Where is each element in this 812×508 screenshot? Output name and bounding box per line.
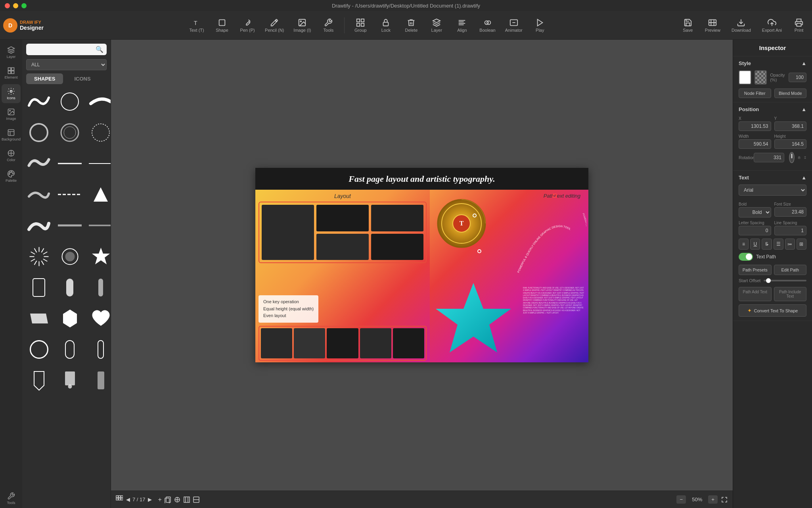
action-boolean[interactable]: Boolean (475, 16, 499, 35)
shape-item[interactable] (25, 118, 53, 147)
tool-image[interactable]: Image (I) (289, 16, 315, 35)
shape-item[interactable] (56, 211, 84, 240)
x-input[interactable] (739, 121, 771, 131)
control-handle-2[interactable] (477, 249, 481, 253)
edit-path-btn[interactable]: Edit Path (774, 265, 807, 275)
next-page-btn[interactable]: ▶ (148, 496, 152, 502)
font-selector[interactable]: Arial (739, 185, 806, 196)
shape-item[interactable] (25, 87, 53, 116)
text-path-toggle[interactable] (739, 253, 753, 261)
search-input[interactable] (26, 44, 107, 55)
shape-item[interactable] (56, 366, 84, 394)
shape-item[interactable] (86, 242, 111, 271)
shape-item[interactable] (86, 118, 111, 147)
sidebar-item-palette[interactable]: Palette (2, 167, 21, 186)
shape-item[interactable] (86, 149, 111, 178)
btn-export[interactable]: Export Ani (758, 16, 786, 35)
height-input[interactable] (774, 139, 807, 149)
fill-swatch[interactable] (739, 70, 751, 85)
sidebar-item-element[interactable]: Element (2, 64, 21, 83)
text-section-header[interactable]: Text ▲ (739, 175, 806, 181)
pattern-swatch[interactable] (755, 70, 767, 85)
sidebar-item-layer[interactable]: Layer (2, 43, 21, 62)
shape-item[interactable] (56, 304, 84, 333)
tool-pen[interactable]: Pen (P) (236, 16, 259, 35)
font-size-input[interactable] (774, 207, 807, 217)
shape-item[interactable] (56, 149, 84, 178)
action-layer[interactable]: Layer (425, 16, 448, 35)
shape-item[interactable] (25, 242, 53, 271)
grid-toggle-btn[interactable] (193, 496, 200, 503)
tool-pencil[interactable]: Pencil (N) (261, 16, 288, 35)
underline-btn[interactable]: U (750, 239, 760, 250)
shape-item[interactable] (86, 87, 111, 116)
sidebar-item-icons[interactable]: Icons (2, 84, 21, 103)
shape-item[interactable] (25, 335, 53, 364)
zoom-out-btn[interactable]: − (676, 495, 686, 504)
aspect-lock-btn[interactable] (798, 154, 801, 161)
tool-text[interactable]: T Text (T) (185, 16, 209, 35)
opacity-input[interactable] (789, 73, 806, 82)
canvas-wrapper[interactable]: Fast page layout and artistic typography… (111, 40, 733, 491)
shape-item[interactable] (56, 242, 84, 271)
sidebar-item-image[interactable]: Image (2, 105, 21, 124)
action-group[interactable]: Group (349, 16, 372, 35)
shape-item[interactable] (25, 211, 53, 240)
shape-item[interactable] (56, 87, 84, 116)
sidebar-item-color[interactable]: Color (2, 146, 21, 165)
bold-select[interactable]: Bold (739, 207, 771, 217)
window-controls[interactable] (5, 3, 27, 8)
shape-item[interactable] (86, 180, 111, 209)
zoom-in-btn[interactable]: + (708, 495, 718, 504)
shape-item[interactable] (56, 273, 84, 302)
tab-shapes[interactable]: SHAPES (26, 73, 63, 84)
shape-item[interactable] (25, 180, 53, 209)
table-btn[interactable]: ⊞ (797, 239, 806, 250)
sidebar-item-background[interactable]: Background (2, 125, 21, 144)
blend-mode-btn[interactable]: Blend Mode (774, 89, 807, 98)
letter-spacing-input[interactable] (739, 226, 771, 235)
rotation-dial[interactable] (789, 152, 795, 163)
btn-preview[interactable]: Preview (701, 16, 724, 35)
shape-item[interactable] (25, 366, 53, 394)
close-button[interactable] (5, 3, 10, 8)
path-presets-btn[interactable]: Path Presets (739, 265, 772, 275)
shape-item[interactable] (56, 335, 84, 364)
add-page-btn[interactable]: + (158, 496, 162, 503)
node-filter-btn[interactable]: Node Filter (739, 89, 771, 98)
rotation-input[interactable] (754, 153, 784, 162)
action-play[interactable]: Play (528, 16, 552, 35)
shape-item[interactable] (25, 304, 53, 333)
style-section-header[interactable]: Style ▲ (739, 60, 806, 66)
fit-zoom-btn[interactable] (721, 496, 728, 503)
list-ordered-btn[interactable]: ≔ (785, 239, 795, 250)
action-lock[interactable]: Lock (374, 16, 398, 35)
move-page-btn[interactable] (174, 496, 181, 503)
shape-item[interactable] (86, 273, 111, 302)
shape-item[interactable] (25, 273, 53, 302)
action-align[interactable]: Align (450, 16, 474, 35)
shape-item[interactable] (86, 335, 111, 364)
y-input[interactable] (774, 121, 807, 131)
grid-view-btn[interactable] (116, 495, 123, 504)
line-spacing-input[interactable] (774, 226, 807, 235)
align-left-btn[interactable]: ≡ (739, 239, 749, 250)
shape-item[interactable] (25, 149, 53, 178)
btn-download[interactable]: Download (728, 16, 755, 35)
minimize-button[interactable] (13, 3, 18, 8)
shape-item[interactable] (86, 304, 111, 333)
prev-page-btn[interactable]: ◀ (126, 496, 130, 502)
action-animator[interactable]: Animator (501, 16, 527, 35)
width-input[interactable] (739, 139, 771, 149)
copy-page-btn[interactable] (164, 496, 171, 503)
filter-select[interactable]: ALL (26, 59, 107, 70)
sidebar-item-tools[interactable]: Tools (2, 489, 21, 508)
action-delete[interactable]: Delete (399, 16, 423, 35)
btn-save[interactable]: Save (678, 16, 698, 35)
shape-item[interactable] (86, 366, 111, 394)
position-section-header[interactable]: Position ▲ (739, 106, 806, 112)
path-add-text-btn[interactable]: Path Add Text (739, 287, 772, 301)
maximize-button[interactable] (21, 3, 27, 8)
control-handle-3[interactable] (473, 214, 477, 217)
offset-slider[interactable] (764, 280, 806, 281)
